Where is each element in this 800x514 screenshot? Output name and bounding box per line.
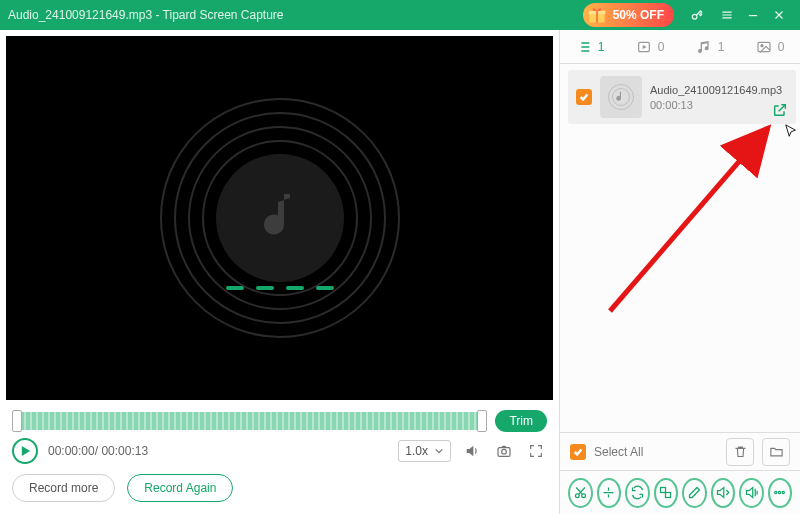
tab-list[interactable]: 1 <box>560 39 620 55</box>
select-all-label: Select All <box>594 445 643 459</box>
record-more-button[interactable]: Record more <box>12 474 115 502</box>
item-meta: Audio_241009121649.mp3 00:00:13 <box>650 84 788 111</box>
promo-badge[interactable]: 50% OFF <box>583 3 674 27</box>
recordings-list: Audio_241009121649.mp3 00:00:13 <box>560 64 800 432</box>
promo-text: 50% OFF <box>613 8 664 22</box>
trim-button[interactable]: Trim <box>495 410 547 432</box>
tool-cut[interactable] <box>568 478 593 508</box>
register-key-button[interactable] <box>684 2 710 28</box>
snapshot-button[interactable] <box>493 440 515 462</box>
volume-button[interactable] <box>461 440 483 462</box>
tool-strip <box>560 470 800 514</box>
tool-convert[interactable] <box>625 478 650 508</box>
title-bar: Audio_241009121649.mp3 - Tipard Screen C… <box>0 0 800 30</box>
playback-controls: 00:00:00/ 00:00:13 1.0x <box>0 436 559 464</box>
preview-canvas[interactable] <box>6 36 553 400</box>
tab-video[interactable]: 0 <box>620 39 680 55</box>
timeline-row: Trim <box>0 406 559 436</box>
time-display: 00:00:00/ 00:00:13 <box>48 444 148 458</box>
tool-more[interactable] <box>768 478 793 508</box>
record-again-button[interactable]: Record Again <box>127 474 233 502</box>
svg-point-8 <box>761 44 763 46</box>
item-duration: 00:00:13 <box>650 99 788 111</box>
trim-timeline[interactable] <box>12 412 487 430</box>
title-app: Tipard Screen Capture <box>163 8 284 22</box>
play-button[interactable] <box>12 438 38 464</box>
item-checkbox[interactable] <box>576 89 592 105</box>
close-button[interactable] <box>766 2 792 28</box>
minimize-button[interactable] <box>740 2 766 28</box>
audio-disc-icon <box>160 98 400 338</box>
title-file: Audio_241009121649.mp3 <box>8 8 152 22</box>
fullscreen-button[interactable] <box>525 440 547 462</box>
chevron-down-icon <box>434 446 444 456</box>
svg-point-14 <box>779 491 781 493</box>
select-all-checkbox[interactable] <box>570 444 586 460</box>
bottom-actions: Record more Record Again <box>0 464 559 514</box>
gift-icon <box>587 5 607 25</box>
filter-tabs: 1 0 1 0 <box>560 30 800 64</box>
delete-button[interactable] <box>726 438 754 466</box>
preview-area <box>0 30 559 406</box>
svg-rect-7 <box>758 42 770 51</box>
tool-merge[interactable] <box>597 478 622 508</box>
cursor-icon <box>784 124 798 138</box>
item-thumbnail <box>600 76 642 118</box>
annotation-arrow <box>600 116 780 316</box>
tool-volume[interactable] <box>739 478 764 508</box>
svg-rect-12 <box>666 493 671 498</box>
menu-button[interactable] <box>714 2 740 28</box>
right-panel: 1 0 1 0 Audio_ <box>560 30 800 514</box>
svg-rect-11 <box>661 488 666 493</box>
tool-compress[interactable] <box>654 478 679 508</box>
list-icon <box>576 39 592 55</box>
main: Trim 00:00:00/ 00:00:13 1.0x Record more… <box>0 30 800 514</box>
list-item[interactable]: Audio_241009121649.mp3 00:00:13 <box>568 70 796 124</box>
share-button[interactable] <box>772 102 790 120</box>
svg-point-3 <box>692 14 697 19</box>
tool-edit[interactable] <box>682 478 707 508</box>
item-filename: Audio_241009121649.mp3 <box>650 84 788 96</box>
svg-point-13 <box>775 491 777 493</box>
window-title: Audio_241009121649.mp3 - Tipard Screen C… <box>8 8 284 22</box>
svg-point-15 <box>782 491 784 493</box>
tool-audio-extract[interactable] <box>711 478 736 508</box>
tab-audio[interactable]: 1 <box>680 39 740 55</box>
svg-point-5 <box>502 449 507 454</box>
image-icon <box>756 39 772 55</box>
left-panel: Trim 00:00:00/ 00:00:13 1.0x Record more… <box>0 30 560 514</box>
video-icon <box>636 39 652 55</box>
music-note-icon <box>696 39 712 55</box>
trim-handle-right[interactable] <box>477 410 487 432</box>
list-footer: Select All <box>560 432 800 470</box>
trim-handle-left[interactable] <box>12 410 22 432</box>
open-folder-button[interactable] <box>762 438 790 466</box>
speed-select[interactable]: 1.0x <box>398 440 451 462</box>
svg-rect-2 <box>596 11 598 23</box>
tab-image[interactable]: 0 <box>740 39 800 55</box>
